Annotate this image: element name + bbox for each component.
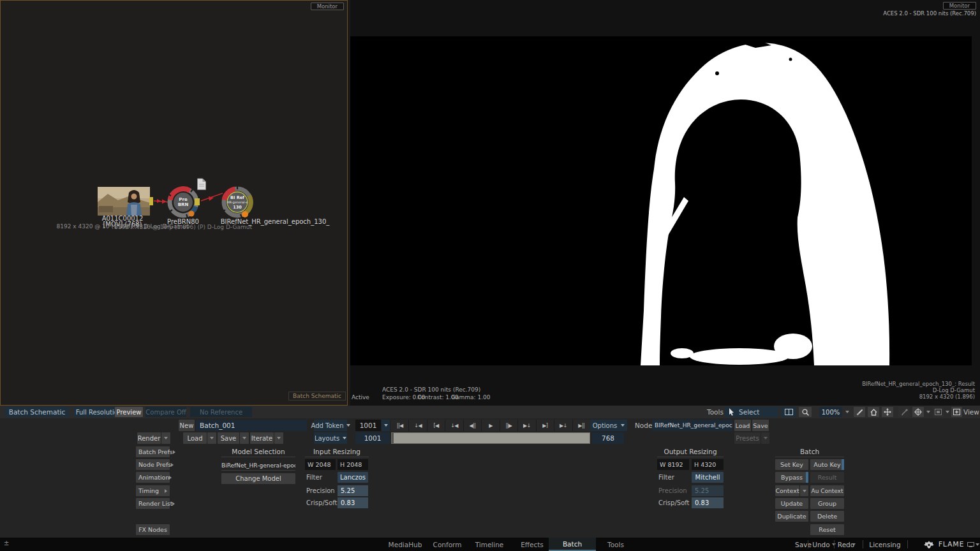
node-prebrn[interactable]: Pre BRN bbox=[165, 184, 201, 220]
input-crisp-field[interactable]: 0.83 bbox=[338, 497, 368, 508]
select-tool-button[interactable]: Select bbox=[725, 407, 778, 417]
transport-play[interactable]: ▶ bbox=[482, 420, 499, 431]
node-save-button[interactable]: Save bbox=[752, 420, 769, 431]
context-button[interactable]: Context bbox=[775, 485, 799, 496]
transport-step-back[interactable]: ↓◀ bbox=[445, 420, 463, 431]
compare-mode-button[interactable]: Compare Off bbox=[145, 407, 186, 417]
result-button[interactable]: Result bbox=[810, 472, 844, 483]
iterate-dropdown[interactable] bbox=[274, 432, 283, 444]
timing-button[interactable]: Timing bbox=[136, 485, 170, 496]
presets-button[interactable]: Presets bbox=[734, 432, 761, 444]
home-view-button[interactable] bbox=[868, 407, 879, 417]
context-dropdown[interactable] bbox=[800, 485, 808, 496]
batch-name-field[interactable]: Batch_001 bbox=[196, 420, 307, 431]
clip-thumbnail[interactable] bbox=[98, 187, 150, 216]
node-name-field[interactable]: BIRefNet_HR_general_epoch_130_ bbox=[652, 420, 732, 431]
node-birefnet[interactable]: BI Ref HR-general-e 130 bbox=[219, 184, 255, 220]
overlay-button[interactable] bbox=[933, 407, 944, 417]
overlay-dropdown[interactable] bbox=[944, 407, 951, 417]
presets-dropdown[interactable] bbox=[761, 432, 769, 444]
target-tool-dropdown[interactable] bbox=[924, 407, 932, 417]
undo-button[interactable]: Undo bbox=[810, 538, 832, 551]
fx-nodes-button[interactable]: FX Nodes bbox=[136, 524, 170, 535]
batch-prefs-button[interactable]: Batch Prefs bbox=[136, 446, 170, 457]
group-button[interactable]: Group bbox=[810, 498, 844, 509]
view-menu-button[interactable]: View bbox=[963, 407, 980, 417]
licensing-button[interactable]: Licensing bbox=[868, 538, 902, 551]
batch-save-dropdown[interactable] bbox=[240, 432, 249, 444]
duplicate-button[interactable]: Duplicate bbox=[775, 511, 808, 522]
change-model-button[interactable]: Change Model bbox=[221, 473, 295, 484]
transport-next-keyframe[interactable]: ▶↓ bbox=[554, 420, 572, 431]
transport-go-in[interactable]: [◀ bbox=[427, 420, 445, 431]
schematic-monitor-button[interactable]: Monitor bbox=[311, 3, 344, 10]
transport-play-forward[interactable]: ||▶ bbox=[500, 420, 517, 431]
transport-go-out[interactable]: ▶] bbox=[537, 420, 554, 431]
split-view-button[interactable] bbox=[781, 407, 796, 417]
animation-button[interactable]: Animation bbox=[136, 472, 170, 483]
target-tool-button[interactable] bbox=[912, 407, 924, 417]
node-prefs-button[interactable]: Node Prefs bbox=[136, 459, 170, 470]
schematic-view-dropdown[interactable]: Batch Schematic bbox=[5, 407, 69, 417]
batch-save-button[interactable]: Save bbox=[218, 432, 239, 444]
redo-dropdown[interactable] bbox=[850, 538, 858, 551]
input-precision-field[interactable]: 5.25 bbox=[338, 485, 368, 496]
timebar-slider[interactable] bbox=[391, 432, 590, 444]
tab-tools[interactable]: Tools bbox=[602, 538, 629, 551]
add-view-button[interactable] bbox=[951, 407, 962, 417]
tab-conform[interactable]: Conform bbox=[430, 538, 464, 551]
shortcut-mode-icon[interactable]: ± bbox=[4, 540, 9, 547]
link-tool-button[interactable] bbox=[854, 407, 865, 417]
new-batch-button[interactable]: New bbox=[179, 420, 195, 431]
timebar-handle[interactable] bbox=[392, 433, 394, 443]
output-width-field[interactable]: W 8192 bbox=[657, 459, 689, 470]
viewer-monitor-button[interactable]: Monitor bbox=[943, 2, 976, 10]
transport-prev-keyframe[interactable]: ↓◀ bbox=[409, 420, 426, 431]
display-icon[interactable] bbox=[967, 542, 974, 547]
batch-load-dropdown[interactable] bbox=[207, 432, 216, 444]
output-height-field[interactable]: H 4320 bbox=[692, 459, 724, 470]
reset-button[interactable]: Reset bbox=[810, 524, 844, 535]
transport-step-forward[interactable]: ▶↓ bbox=[518, 420, 535, 431]
frame-number-field[interactable]: 1001 bbox=[355, 420, 381, 431]
prebrn-output-socket[interactable] bbox=[195, 198, 200, 205]
render-dropdown[interactable] bbox=[161, 432, 170, 444]
zoom-tool-button[interactable] bbox=[799, 407, 812, 417]
layouts-dropdown[interactable]: Layouts bbox=[314, 432, 347, 444]
transport-go-end[interactable]: ▶|| bbox=[573, 420, 590, 431]
add-token-dropdown[interactable]: Add Token bbox=[314, 420, 347, 431]
zoom-level-dropdown[interactable] bbox=[843, 407, 851, 417]
transport-go-start[interactable]: ||◀ bbox=[391, 420, 408, 431]
tab-timeline[interactable]: Timeline bbox=[472, 538, 507, 551]
viewer-image[interactable] bbox=[350, 36, 972, 365]
tab-mediahub[interactable]: MediaHub bbox=[385, 538, 425, 551]
batch-load-button[interactable]: Load bbox=[183, 432, 207, 444]
frame-number-dropdown[interactable] bbox=[382, 420, 390, 431]
render-list-button[interactable]: Render List bbox=[136, 498, 170, 509]
output-precision-field[interactable]: 5.25 bbox=[692, 485, 724, 496]
transport-play-reverse[interactable]: ◀|| bbox=[464, 420, 481, 431]
iterate-button[interactable]: Iterate bbox=[250, 432, 274, 444]
viewer-gamma[interactable]: Gamma: 1.00 bbox=[451, 394, 490, 400]
range-start-field[interactable]: 1001 bbox=[355, 432, 390, 444]
model-name-field[interactable]: BiRefNet_HR-general-epoch_13 bbox=[221, 460, 295, 471]
au-context-button[interactable]: Au Context bbox=[810, 485, 844, 496]
zoom-level-value[interactable]: 100% bbox=[819, 407, 842, 417]
tab-batch[interactable]: Batch bbox=[549, 538, 596, 551]
options-dropdown[interactable]: Options bbox=[590, 420, 627, 431]
input-filter-value[interactable]: Lanczos bbox=[338, 472, 368, 483]
render-button[interactable]: Render bbox=[137, 432, 161, 444]
bypass-toggle[interactable]: Bypass bbox=[775, 472, 808, 483]
tab-effects[interactable]: Effects bbox=[517, 538, 547, 551]
input-width-field[interactable]: W 2048 bbox=[305, 459, 336, 470]
colour-picker-button[interactable] bbox=[898, 407, 910, 417]
update-button[interactable]: Update bbox=[775, 498, 808, 509]
display-dropdown[interactable] bbox=[974, 538, 980, 551]
output-crisp-field[interactable]: 0.83 bbox=[692, 497, 724, 508]
auto-key-toggle[interactable]: Auto Key bbox=[810, 459, 844, 470]
input-height-field[interactable]: H 2048 bbox=[338, 459, 368, 470]
set-key-button[interactable]: Set Key bbox=[775, 459, 808, 470]
output-filter-value[interactable]: Mitchell bbox=[692, 472, 724, 483]
reference-button[interactable]: No Reference bbox=[190, 407, 252, 417]
delete-button[interactable]: Delete bbox=[810, 511, 844, 522]
